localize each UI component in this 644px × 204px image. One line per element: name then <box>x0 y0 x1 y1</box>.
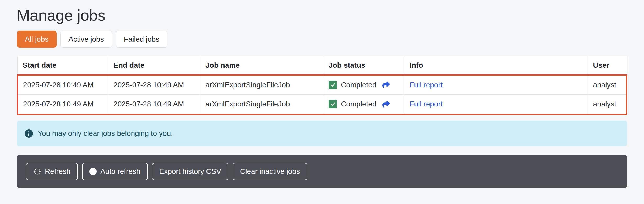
alert-text: You may only clear jobs belonging to you… <box>38 129 173 138</box>
full-report-link[interactable]: Full report <box>410 100 443 108</box>
info-circle-icon <box>25 129 33 138</box>
filled-circle-icon <box>89 168 97 175</box>
job-status-cell: Completed <box>323 75 404 95</box>
column-header-info: Info <box>404 56 588 75</box>
jobs-table: Start date End date Job name Job status … <box>17 56 627 115</box>
job-name-cell: arXmlExportSingleFileJob <box>200 75 323 95</box>
export-history-csv-label: Export history CSV <box>159 167 221 176</box>
info-cell: Full report <box>404 95 588 114</box>
checkbox-checked-icon <box>329 100 337 108</box>
end-date-cell: 2025-07-28 10:49 AM <box>108 75 200 95</box>
column-header-user: User <box>588 56 627 75</box>
jobs-toolbar: Refresh Auto refresh Export history CSV … <box>17 155 627 188</box>
table-row: 2025-07-28 10:49 AM 2025-07-28 10:49 AM … <box>17 75 627 95</box>
filter-all-jobs-button[interactable]: All jobs <box>17 31 57 48</box>
export-history-csv-button[interactable]: Export history CSV <box>152 163 229 180</box>
refresh-button[interactable]: Refresh <box>26 163 78 180</box>
start-date-cell: 2025-07-28 10:49 AM <box>17 95 108 114</box>
filter-active-jobs-button[interactable]: Active jobs <box>60 31 112 48</box>
refresh-arrows-icon <box>33 168 41 175</box>
share-forward-icon[interactable] <box>382 81 390 89</box>
clear-inactive-jobs-button[interactable]: Clear inactive jobs <box>233 163 307 180</box>
manage-jobs-page: Manage jobs All jobs Active jobs Failed … <box>0 7 644 188</box>
job-name-cell: arXmlExportSingleFileJob <box>200 95 323 114</box>
filter-failed-jobs-button[interactable]: Failed jobs <box>116 31 167 48</box>
start-date-cell: 2025-07-28 10:49 AM <box>17 75 108 95</box>
table-row: 2025-07-28 10:49 AM 2025-07-28 10:49 AM … <box>17 95 627 114</box>
auto-refresh-button[interactable]: Auto refresh <box>82 163 148 180</box>
job-status-cell: Completed <box>323 95 404 114</box>
page-title: Manage jobs <box>17 7 627 24</box>
clear-inactive-jobs-label: Clear inactive jobs <box>240 167 300 176</box>
info-cell: Full report <box>404 75 588 95</box>
table-header-row: Start date End date Job name Job status … <box>17 56 627 75</box>
auto-refresh-button-label: Auto refresh <box>100 167 140 176</box>
column-header-job-status: Job status <box>323 56 404 75</box>
full-report-link[interactable]: Full report <box>410 81 443 89</box>
status-label: Completed <box>341 100 376 108</box>
job-filter-group: All jobs Active jobs Failed jobs <box>17 31 627 48</box>
highlighted-job-rows: 2025-07-28 10:49 AM 2025-07-28 10:49 AM … <box>17 75 627 114</box>
checkbox-checked-icon <box>329 81 337 89</box>
user-cell: analyst <box>588 75 627 95</box>
status-label: Completed <box>341 81 376 89</box>
column-header-start-date: Start date <box>17 56 108 75</box>
end-date-cell: 2025-07-28 10:49 AM <box>108 95 200 114</box>
info-alert: You may only clear jobs belonging to you… <box>17 121 627 146</box>
user-cell: analyst <box>588 95 627 114</box>
share-forward-icon[interactable] <box>382 100 390 108</box>
column-header-end-date: End date <box>108 56 200 75</box>
column-header-job-name: Job name <box>200 56 323 75</box>
refresh-button-label: Refresh <box>45 167 70 176</box>
